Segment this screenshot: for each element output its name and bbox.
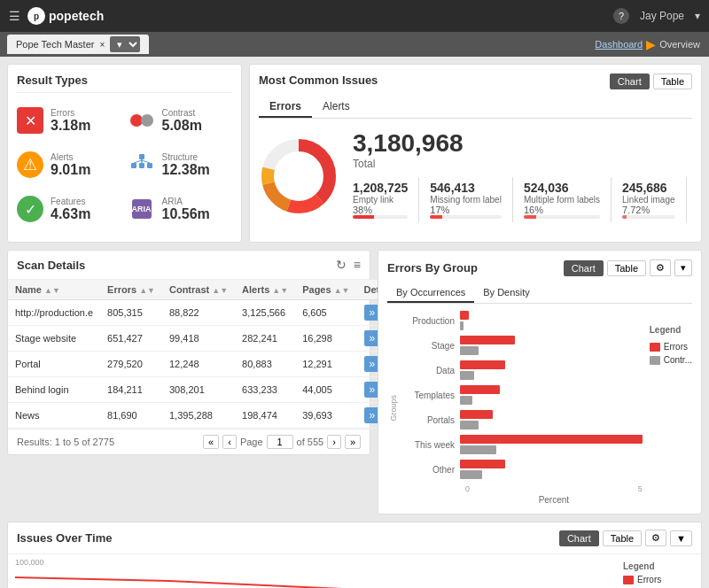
first-page-btn[interactable]: «	[203, 435, 219, 449]
ebg-tab-occurrences[interactable]: By Occurrences	[387, 283, 474, 303]
breadcrumb: Dashboard ▶ Overview	[595, 37, 700, 51]
bar-track-data	[460, 360, 643, 380]
row-2-name: Portal	[8, 352, 100, 377]
row-3-contrast: 308,201	[162, 377, 235, 403]
tab-dropdown[interactable]: ▾	[110, 36, 140, 52]
row-1-contrast: 99,418	[162, 326, 235, 352]
next-page-btn[interactable]: ›	[327, 435, 341, 449]
row-1-errors: 651,427	[100, 326, 162, 352]
bar-row-data: Data	[407, 360, 643, 380]
bar-label-thisweek: This week	[407, 440, 460, 450]
result-type-aria: ARIA ARIA 10.56m	[129, 190, 233, 228]
scan-footer: Results: 1 to 5 of 2775 « ‹ Page of 555 …	[8, 429, 370, 454]
bar-track-stage	[460, 336, 643, 355]
ebg-chart-btn[interactable]: Chart	[564, 260, 604, 276]
most-common-issues-card: Most Common Issues Chart Table Errors Al…	[249, 64, 702, 243]
mci-chart-btn[interactable]: Chart	[610, 74, 650, 89]
iot-content: 100,000 Jan Dec Legend Errors	[8, 554, 701, 588]
iot-table-btn[interactable]: Table	[603, 530, 642, 546]
last-page-btn[interactable]: »	[345, 435, 361, 449]
svg-rect-2	[139, 163, 144, 168]
iot-gear-btn[interactable]: ⚙	[645, 530, 666, 546]
mci-title: Most Common Issues	[259, 74, 378, 87]
active-tab[interactable]: Pope Tech Master × ▾	[7, 35, 149, 54]
ebg-tab-density[interactable]: By Density	[474, 283, 539, 303]
sort-contrast-icon: ▲▼	[212, 286, 228, 295]
iot-filter-btn[interactable]: ▼	[670, 530, 692, 546]
table-row: Behind login 184,211 308,201 633,233 44,…	[8, 377, 403, 403]
breadcrumb-overview: Overview	[659, 39, 700, 50]
bar-label-portals: Portals	[407, 415, 460, 425]
mci-tab-alerts[interactable]: Alerts	[312, 97, 361, 118]
alerts-icon: ⚠	[17, 151, 43, 178]
mci-item-0-val: 1,208,725	[353, 181, 408, 195]
row-3-errors: 184,211	[100, 377, 162, 403]
bar-errors-templates	[460, 385, 500, 394]
issues-over-time-card: Issues Over Time Chart Table ⚙ ▼ 100,000…	[7, 522, 702, 588]
ebg-table-btn[interactable]: Table	[607, 260, 646, 276]
features-info: Features 4.63m	[51, 197, 90, 222]
bar-contrast-stage	[460, 346, 479, 355]
row-4-name: News	[8, 403, 100, 429]
result-types-grid: ✕ Errors 3.18m Contrast	[17, 102, 232, 228]
mci-view-toggle: Chart Table	[610, 74, 692, 89]
result-type-contrast: Contrast 5.08m	[129, 102, 233, 139]
chart-legend: Legend Errors Contr...	[650, 311, 692, 505]
breadcrumb-dashboard[interactable]: Dashboard	[595, 39, 643, 50]
bar-track-other	[460, 460, 643, 479]
scan-list-btn[interactable]: ≡	[354, 258, 361, 272]
col-pages[interactable]: Pages ▲▼	[295, 280, 356, 300]
navbar-left: ☰ p popetech	[9, 7, 104, 25]
row-4-errors: 81,690	[100, 403, 162, 429]
col-alerts[interactable]: Alerts ▲▼	[235, 280, 295, 300]
mci-item-0: 1,208,725 Empty link 38%	[353, 177, 419, 222]
user-menu[interactable]: Jay Pope	[640, 10, 684, 22]
ebg-tabs: By Occurrences By Density	[387, 283, 692, 304]
ebg-gear-btn[interactable]: ⚙	[650, 259, 671, 276]
hamburger-icon[interactable]: ☰	[9, 9, 20, 23]
tab-close-button[interactable]: ×	[99, 40, 105, 50]
ebg-dropdown-btn[interactable]: ▾	[674, 259, 692, 276]
iot-title: Issues Over Time	[17, 531, 112, 545]
row-2-errors: 279,520	[100, 352, 162, 377]
col-contrast[interactable]: Contrast ▲▼	[162, 280, 235, 300]
row-1-name: Stage website	[8, 326, 100, 352]
x-axis-label: Percent	[407, 495, 643, 505]
col-errors[interactable]: Errors ▲▼	[100, 280, 162, 300]
bar-contrast-production	[460, 321, 464, 330]
col-name[interactable]: Name ▲▼	[8, 280, 100, 300]
page-input[interactable]	[267, 435, 293, 449]
scan-refresh-btn[interactable]: ↻	[336, 258, 347, 272]
svg-line-5	[134, 160, 142, 163]
structure-info: Structure 12.38m	[162, 152, 210, 178]
row-0-name: http://production.e	[8, 300, 100, 326]
mci-tabs: Errors Alerts	[259, 97, 692, 119]
row-1: Result Types ✕ Errors 3.18m	[7, 64, 702, 243]
aria-box: ARIA	[132, 199, 152, 219]
mci-tab-errors[interactable]: Errors	[259, 97, 312, 118]
row-3-alerts: 633,233	[235, 377, 295, 403]
navbar-right: ? Jay Pope ▾	[613, 8, 700, 24]
bar-contrast-templates	[460, 396, 472, 405]
page-label: Page	[240, 437, 263, 447]
logo-text: popetech	[49, 9, 104, 23]
iot-header: Issues Over Time Chart Table ⚙ ▼	[8, 522, 701, 554]
iot-chart-btn[interactable]: Chart	[559, 530, 599, 546]
structure-label: Structure	[162, 152, 210, 162]
mci-item-3: 245,686 Linked image 7.72%	[612, 177, 686, 222]
prev-page-btn[interactable]: ‹	[222, 435, 237, 449]
row-2-pages: 12,291	[295, 352, 356, 377]
user-dropdown-icon: ▾	[695, 10, 700, 22]
contrast-icon	[129, 107, 155, 134]
help-button[interactable]: ?	[613, 8, 629, 24]
svg-rect-3	[147, 163, 152, 168]
iot-legend-color-errors	[623, 576, 634, 584]
bar-row-production: Production	[407, 311, 643, 330]
structure-icon	[129, 151, 155, 178]
alerts-value: 9.01m	[51, 162, 90, 178]
mci-item-3-label: Linked image	[622, 195, 674, 205]
mci-table-btn[interactable]: Table	[653, 74, 692, 89]
x-tick-1: 5	[638, 484, 643, 493]
bar-errors-data	[460, 360, 505, 369]
result-types-card: Result Types ✕ Errors 3.18m	[7, 64, 242, 243]
